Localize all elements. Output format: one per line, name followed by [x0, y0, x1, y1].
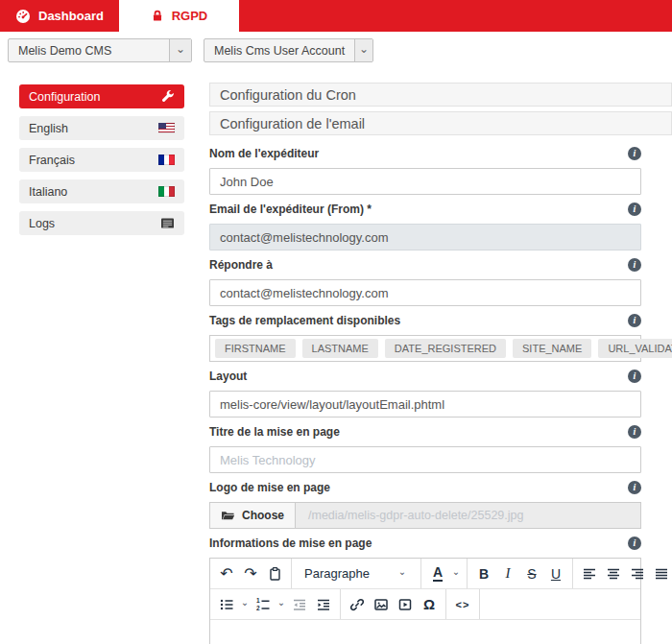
field-label: Email de l'expéditeur (From) *: [209, 203, 372, 216]
email-config-form: Nom de l'expéditeur i Email de l'expédit…: [209, 146, 641, 644]
align-center-button[interactable]: [602, 562, 625, 585]
flag-us-icon: [158, 123, 175, 133]
top-bar: Dashboard RGPD: [0, 0, 672, 32]
page-title-input[interactable]: [209, 446, 641, 473]
main-content: Configuration du Cron Configuration de l…: [209, 83, 672, 644]
anchor-icon: Ω: [423, 596, 435, 612]
logo-file-input: Choose /media/melis-gdpr-auto-delete/255…: [209, 502, 641, 529]
sidebar-item-configuration[interactable]: Configuration: [19, 84, 184, 108]
tag-pill[interactable]: URL_VALIDATION: [598, 339, 672, 358]
field-label: Tags de remplacement disponibles: [209, 314, 400, 327]
bullet-list-icon: [219, 597, 234, 612]
accordion-cron[interactable]: Configuration du Cron: [209, 83, 672, 107]
folder-icon: [221, 510, 235, 522]
editor-content-area[interactable]: [210, 620, 640, 644]
paragraph-format-dropdown[interactable]: Paragraphe ⌄: [297, 562, 416, 585]
info-icon[interactable]: i: [628, 425, 641, 439]
flag-fr-icon: [158, 155, 175, 165]
numbered-list-icon: 1 2: [255, 597, 271, 612]
tag-pill[interactable]: SITE_NAME: [513, 339, 591, 358]
link-button[interactable]: [346, 593, 369, 616]
media-button[interactable]: [394, 593, 417, 616]
sidebar-item-label: English: [29, 122, 68, 135]
redo-button[interactable]: ↷: [239, 562, 262, 585]
anchor-button[interactable]: Ω: [418, 593, 441, 616]
field-logo: Logo de mise en page i Choose /media/mel…: [209, 480, 641, 529]
sidebar: Configuration English Français Italiano …: [19, 84, 184, 243]
info-icon[interactable]: i: [628, 370, 641, 383]
tab-dashboard-label: Dashboard: [38, 9, 104, 23]
flag-it-icon: [158, 186, 175, 197]
info-icon[interactable]: i: [628, 203, 641, 216]
align-center-icon: [606, 566, 621, 582]
chevron-down-icon[interactable]: ⌄: [239, 598, 251, 611]
tab-rgpd[interactable]: RGPD: [119, 0, 239, 32]
bold-button[interactable]: B: [472, 562, 495, 585]
align-right-button[interactable]: [626, 562, 649, 585]
link-icon: [349, 597, 365, 612]
bullet-list-button[interactable]: [215, 593, 238, 616]
numbered-list-button[interactable]: 1 2: [252, 593, 275, 616]
align-left-button[interactable]: [578, 562, 601, 585]
indent-button[interactable]: [312, 593, 335, 616]
svg-text:2: 2: [256, 605, 260, 611]
field-label: Nom de l'expéditeur: [209, 147, 319, 160]
chevron-down-icon[interactable]: ⌄: [450, 567, 462, 581]
reply-to-input[interactable]: [209, 279, 641, 306]
field-label: Logo de mise en page: [209, 481, 330, 494]
choose-file-button[interactable]: Choose: [210, 503, 296, 528]
field-page-title: Titre de la mise en page i: [209, 424, 641, 473]
logs-icon: [160, 217, 175, 229]
tab-dashboard[interactable]: Dashboard: [0, 0, 119, 32]
outdent-button: [288, 593, 311, 616]
media-icon: [397, 597, 413, 612]
chevron-down-icon: ⌄: [396, 567, 408, 581]
field-sender-name: Nom de l'expéditeur i: [209, 146, 641, 195]
site-select-value: Melis Demo CMS: [9, 39, 169, 61]
field-label: Informations de mise en page: [209, 537, 372, 550]
lock-icon: [151, 9, 164, 23]
sender-name-input[interactable]: [209, 168, 641, 195]
logo-path: /media/melis-gdpr-auto-delete/25529.jpg: [296, 509, 536, 522]
outdent-icon: [292, 597, 307, 612]
underline-button[interactable]: U: [544, 562, 567, 585]
tag-pill[interactable]: DATE_REGISTERED: [385, 339, 506, 358]
info-icon[interactable]: i: [628, 147, 641, 160]
field-sender-email: Email de l'expéditeur (From) * i: [209, 202, 641, 250]
site-select[interactable]: Melis Demo CMS ⌄: [8, 38, 192, 62]
tag-pill[interactable]: FIRSTNAME: [215, 339, 296, 358]
undo-button[interactable]: ↶: [215, 562, 238, 585]
italic-button[interactable]: I: [496, 562, 519, 585]
layout-input[interactable]: [209, 391, 641, 417]
tags-container: FIRSTNAME LASTNAME DATE_REGISTERED SITE_…: [209, 335, 641, 362]
source-code-button[interactable]: <>: [451, 593, 474, 616]
tab-rgpd-label: RGPD: [172, 9, 208, 23]
info-icon[interactable]: i: [628, 481, 641, 494]
sidebar-item-logs[interactable]: Logs: [19, 211, 184, 235]
chevron-down-icon: ⌄: [354, 39, 372, 61]
info-icon[interactable]: i: [628, 314, 641, 327]
paragraph-format-value: Paragraphe: [304, 566, 370, 581]
sidebar-item-label: Configuration: [29, 90, 100, 104]
field-reply-to: Répondre à i: [209, 257, 641, 306]
text-color-button[interactable]: A: [426, 562, 449, 585]
strikethrough-button[interactable]: S: [520, 562, 543, 585]
tag-pill[interactable]: LASTNAME: [302, 339, 378, 358]
info-icon[interactable]: i: [628, 258, 641, 272]
align-justify-button[interactable]: [650, 562, 672, 585]
sidebar-item-english[interactable]: English: [19, 116, 184, 140]
selector-row: Melis Demo CMS ⌄ Melis Cms User Account …: [8, 38, 373, 62]
accordion-email[interactable]: Configuration de l'email: [209, 111, 672, 135]
sidebar-item-italiano[interactable]: Italiano: [19, 179, 184, 203]
image-button[interactable]: [370, 593, 393, 616]
editor-toolbar-row-1: ↶ ↷ Paragra: [210, 559, 640, 589]
chevron-down-icon[interactable]: ⌄: [276, 598, 287, 611]
account-select-value: Melis Cms User Account: [204, 39, 354, 61]
chevron-down-icon: ⌄: [169, 39, 191, 61]
sidebar-item-francais[interactable]: Français: [19, 148, 184, 172]
editor-toolbar-row-2: ⌄ 1 2 ⌄: [210, 589, 640, 620]
align-justify-icon: [654, 566, 669, 582]
paste-button[interactable]: [263, 562, 286, 585]
account-select[interactable]: Melis Cms User Account ⌄: [204, 38, 373, 62]
info-icon[interactable]: i: [628, 537, 641, 550]
